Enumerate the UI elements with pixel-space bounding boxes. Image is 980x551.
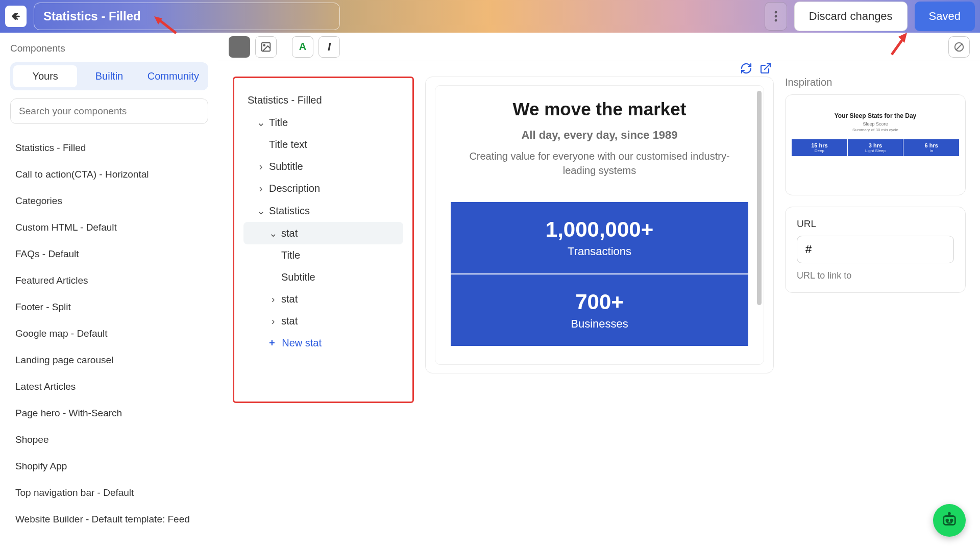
svg-point-15 bbox=[949, 513, 950, 514]
stat-value: 700+ bbox=[456, 290, 743, 314]
tree-title-text[interactable]: Title text bbox=[243, 134, 403, 156]
inspiration-card[interactable]: Your Sleep Stats for the Day Sleep Score… bbox=[785, 94, 966, 195]
component-item[interactable]: Page hero - With-Search bbox=[10, 402, 208, 425]
tree-stat-title[interactable]: Title bbox=[243, 244, 403, 266]
component-item[interactable]: Website Builder - Default template: Feed bbox=[10, 508, 208, 531]
inspiration-cell: 6 hrsIn bbox=[903, 139, 959, 156]
tab-community[interactable]: Community bbox=[141, 65, 205, 87]
component-item[interactable]: Footer - Split bbox=[10, 295, 208, 319]
inspiration-title: Your Sleep Stats for the Day bbox=[835, 112, 916, 119]
stat-block: 1,000,000+ Transactions bbox=[451, 202, 748, 273]
preview-card: We move the market All day, every day, s… bbox=[425, 77, 774, 373]
components-list: Statistics - Filled Call to action(CTA) … bbox=[10, 136, 208, 531]
more-menu-button[interactable] bbox=[765, 2, 787, 31]
svg-line-7 bbox=[956, 44, 962, 50]
url-help-text: URL to link to bbox=[797, 270, 954, 281]
italic-button[interactable]: I bbox=[318, 36, 340, 58]
component-item[interactable]: Landing page carousel bbox=[10, 348, 208, 372]
tree-stat-collapsed[interactable]: ›stat bbox=[243, 310, 403, 332]
open-external-button[interactable] bbox=[760, 62, 772, 74]
component-item[interactable]: Top navigation bar - Default bbox=[10, 481, 208, 505]
svg-line-8 bbox=[765, 64, 770, 69]
discard-changes-button[interactable]: Discard changes bbox=[794, 2, 908, 31]
svg-point-5 bbox=[263, 44, 265, 46]
refresh-icon bbox=[740, 62, 752, 74]
preview-title: We move the market bbox=[513, 99, 687, 119]
main-area: A I Statistics - Filled ⌄Title Title tex… bbox=[218, 33, 980, 551]
svg-point-1 bbox=[774, 11, 777, 14]
component-item[interactable]: Featured Articles bbox=[10, 269, 208, 292]
component-item[interactable]: Shopee bbox=[10, 428, 208, 452]
preview-scrollbar[interactable] bbox=[757, 91, 762, 305]
stat-block: 700+ Businesses bbox=[451, 273, 748, 346]
arrow-left-icon bbox=[10, 11, 21, 22]
svg-point-13 bbox=[950, 519, 952, 521]
stat-label: Transactions bbox=[456, 245, 743, 258]
tab-builtin[interactable]: Builtin bbox=[77, 65, 141, 87]
components-sidebar: Components Yours Builtin Community Stati… bbox=[0, 33, 218, 551]
disable-button[interactable] bbox=[948, 36, 970, 58]
inspiration-stats-bar: 15 hrsDeep 3 hrsLight Sleep 6 hrsIn bbox=[792, 139, 959, 156]
component-item[interactable]: Custom HTML - Default bbox=[10, 216, 208, 239]
svg-point-2 bbox=[774, 15, 777, 18]
preview-actions bbox=[740, 62, 772, 74]
component-item[interactable]: FAQs - Default bbox=[10, 242, 208, 266]
stat-value: 1,000,000+ bbox=[456, 217, 743, 242]
url-input[interactable] bbox=[797, 236, 954, 263]
preview-subtitle: All day, every day, since 1989 bbox=[521, 129, 677, 142]
url-label: URL bbox=[797, 218, 954, 230]
page-title-input[interactable] bbox=[34, 3, 340, 30]
image-button[interactable] bbox=[255, 36, 277, 58]
sidebar-tabs: Yours Builtin Community bbox=[10, 62, 208, 90]
structure-tree: Statistics - Filled ⌄Title Title text ›S… bbox=[233, 77, 414, 403]
refresh-button[interactable] bbox=[740, 62, 752, 74]
chat-fab[interactable] bbox=[933, 504, 966, 537]
stat-label: Businesses bbox=[456, 317, 743, 331]
saved-button[interactable]: Saved bbox=[915, 2, 975, 31]
component-item[interactable]: Google map - Default bbox=[10, 322, 208, 345]
chatbot-icon bbox=[941, 512, 958, 529]
kebab-icon bbox=[774, 10, 777, 22]
tree-root[interactable]: Statistics - Filled bbox=[243, 89, 403, 111]
inspiration-cell: 3 hrsLight Sleep bbox=[847, 139, 903, 156]
inspiration-subtitle: Sleep Score bbox=[863, 121, 888, 127]
inspiration-subtitle2: Summary of 30 min cycle bbox=[852, 128, 898, 132]
component-item[interactable]: Shopify App bbox=[10, 455, 208, 478]
preview-stats: 1,000,000+ Transactions 700+ Businesses bbox=[451, 202, 748, 346]
image-icon bbox=[260, 41, 272, 53]
component-item[interactable]: Latest Articles bbox=[10, 375, 208, 398]
top-bar: Discard changes Saved bbox=[0, 0, 980, 33]
tree-stat-expanded[interactable]: ⌄stat bbox=[243, 222, 403, 244]
inspiration-heading: Inspiration bbox=[785, 77, 966, 88]
preview-viewport[interactable]: We move the market All day, every day, s… bbox=[435, 85, 764, 365]
sidebar-heading: Components bbox=[10, 43, 208, 54]
cancel-icon bbox=[953, 41, 965, 53]
tree-title[interactable]: ⌄Title bbox=[243, 111, 403, 134]
svg-point-12 bbox=[946, 519, 948, 521]
tab-yours[interactable]: Yours bbox=[13, 65, 77, 87]
tree-stat-collapsed[interactable]: ›stat bbox=[243, 288, 403, 310]
text-color-button[interactable]: A bbox=[292, 36, 313, 58]
back-button[interactable] bbox=[5, 6, 27, 27]
tree-subtitle[interactable]: ›Subtitle bbox=[243, 156, 403, 178]
color-swatch-button[interactable] bbox=[229, 36, 250, 58]
tree-new-stat[interactable]: + New stat bbox=[243, 332, 403, 354]
url-card: URL URL to link to bbox=[785, 207, 966, 293]
tree-statistics[interactable]: ⌄Statistics bbox=[243, 199, 403, 222]
tree-stat-subtitle[interactable]: Subtitle bbox=[243, 266, 403, 288]
component-item[interactable]: Call to action(CTA) - Horizontal bbox=[10, 163, 208, 186]
preview-description: Creating value for everyone with our cus… bbox=[457, 149, 743, 178]
format-toolbar: A I bbox=[218, 33, 980, 61]
external-link-icon bbox=[760, 62, 772, 74]
component-item[interactable]: Categories bbox=[10, 189, 208, 213]
tree-description[interactable]: ›Description bbox=[243, 178, 403, 199]
inspiration-cell: 15 hrsDeep bbox=[792, 139, 847, 156]
right-panel: Inspiration Your Sleep Stats for the Day… bbox=[785, 77, 966, 536]
svg-point-3 bbox=[774, 19, 777, 22]
search-components-input[interactable] bbox=[10, 98, 208, 124]
component-item[interactable]: Statistics - Filled bbox=[10, 136, 208, 160]
